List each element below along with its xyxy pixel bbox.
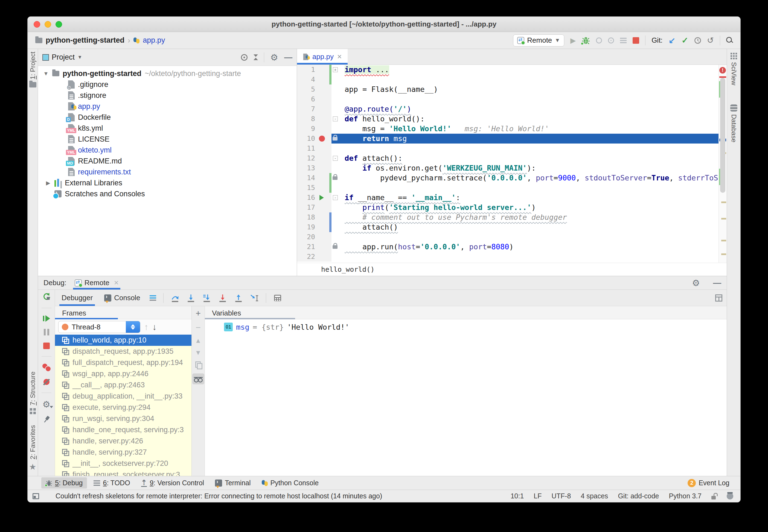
view-options-icon[interactable] — [150, 295, 156, 301]
code-line[interactable]: 7@app.route('/') — [297, 104, 719, 114]
file-encoding[interactable]: UTF-8 — [551, 492, 571, 500]
python-interpreter[interactable]: Python 3.7 — [669, 492, 702, 500]
warning-stripe-mark[interactable] — [721, 201, 726, 203]
frame-row[interactable]: handle, server.py:426 — [55, 435, 191, 447]
pin-icon[interactable] — [41, 414, 51, 424]
tree-item[interactable]: LICENSE — [38, 134, 297, 145]
debug-gear-icon[interactable]: ⚙ — [42, 400, 50, 409]
code-line[interactable]: 6 — [297, 94, 719, 104]
rerun-button[interactable] — [42, 293, 51, 301]
concurrency-button[interactable] — [620, 38, 627, 43]
move-up-button[interactable]: ▲ — [195, 337, 201, 344]
editor-scrollbar[interactable]: ! — [719, 65, 727, 263]
frame-row[interactable]: run_wsgi, serving.py:304 — [55, 413, 191, 424]
code-line[interactable]: 12-def attach(): — [297, 153, 719, 163]
code-line[interactable]: 18 # comment out to use Pycharm's remote… — [297, 212, 719, 222]
editor-breadcrumb[interactable]: hello_world() — [297, 263, 727, 276]
frame-row[interactable]: dispatch_request, app.py:1935 — [55, 346, 191, 357]
tab-console[interactable]: Console — [102, 290, 142, 306]
remove-watch-button[interactable]: − — [195, 323, 201, 332]
code-line[interactable]: 22 — [297, 252, 719, 262]
resume-button[interactable] — [43, 315, 50, 322]
tree-item[interactable]: MDREADME.md — [38, 156, 297, 166]
frames-header[interactable]: Frames — [55, 306, 191, 319]
project-panel-title[interactable]: Project — [52, 53, 75, 62]
toolwindow-debug[interactable]: 5: Debug — [41, 477, 87, 489]
pause-button[interactable] — [44, 329, 49, 335]
git-rollback-button[interactable]: ↺ — [707, 36, 714, 45]
code-line[interactable]: 10 return msg — [297, 134, 719, 144]
line-separator[interactable]: LF — [534, 492, 542, 500]
tree-item[interactable]: app.py — [38, 101, 297, 112]
tab-debugger[interactable]: Debugger — [59, 290, 95, 306]
sidebar-item-favorites[interactable]: 2: Favorites ★ — [29, 425, 37, 472]
code-line[interactable]: 19 attach() — [297, 222, 719, 232]
toolwindow-python-console[interactable]: Python Console — [257, 477, 323, 489]
git-commit-button[interactable]: ✓ — [682, 36, 688, 45]
duplicate-watch-button[interactable] — [195, 361, 201, 368]
frame-row[interactable]: debug_application, __init__.py:33 — [55, 391, 191, 402]
step-into-my-code-button[interactable] — [218, 294, 227, 302]
locate-file-icon[interactable] — [241, 54, 247, 61]
git-update-button[interactable]: ↙ — [669, 36, 676, 45]
frame-row[interactable]: hello_world, app.py:10 — [55, 335, 191, 346]
thread-select[interactable]: Thread-8 — [58, 321, 140, 333]
frame-row[interactable]: execute, serving.py:294 — [55, 402, 191, 413]
variables-header[interactable]: Variables — [205, 306, 727, 319]
code-line[interactable]: 8-def hello_world(): — [297, 114, 719, 124]
code-line[interactable]: 5app = Flask(__name__) — [297, 84, 719, 94]
breadcrumb-file[interactable]: app.py — [143, 36, 165, 45]
warning-stripe-mark[interactable] — [721, 240, 726, 241]
gear-icon[interactable]: ⚙ — [270, 53, 278, 62]
breadcrumb-project[interactable]: python-getting-started — [46, 36, 124, 45]
sidebar-item-database[interactable]: Database — [730, 104, 738, 142]
status-message[interactable]: Couldn't refresh skeletons for remote in… — [55, 492, 501, 500]
frame-row[interactable]: __init__, socketserver.py:720 — [55, 458, 191, 469]
tree-item[interactable]: .stignore — [38, 90, 297, 101]
close-tab-icon[interactable]: ✕ — [337, 53, 342, 60]
chevron-down-icon[interactable]: ▼ — [77, 54, 82, 60]
fold-marker[interactable]: + — [333, 67, 338, 72]
search-everywhere-button[interactable] — [726, 37, 733, 44]
tree-item[interactable]: YMLk8s.yml — [38, 123, 297, 134]
show-watches-button[interactable] — [192, 373, 204, 384]
tree-item[interactable]: YMLokteto.yml — [38, 145, 297, 156]
run-configuration-select[interactable]: Remote ▼ — [513, 34, 564, 46]
frame-row[interactable]: handle, serving.py:327 — [55, 447, 191, 458]
code-line[interactable]: 21 app.run(host='0.0.0.0', port=8080) — [297, 242, 719, 252]
force-step-into-button[interactable] — [202, 294, 211, 302]
toolwindow-version-control[interactable]: ⇡ 9: Version Control — [137, 477, 209, 489]
code-line[interactable]: 9 msg = 'Hello World!' msg: 'Hello World… — [297, 124, 719, 134]
step-out-button[interactable] — [234, 294, 243, 302]
code-line[interactable]: 20 — [297, 232, 719, 242]
code-line[interactable]: 16-if __name__ == '__main__': — [297, 193, 719, 203]
scrollbar-thumb[interactable] — [720, 78, 725, 193]
code-area[interactable]: 1+import ...45app = Flask(__name__)67@ap… — [297, 65, 727, 263]
fold-marker[interactable]: - — [333, 156, 338, 161]
git-history-button[interactable] — [694, 37, 701, 44]
tree-item[interactable]: ▶External Libraries — [38, 177, 297, 188]
collapse-all-icon[interactable] — [253, 54, 258, 60]
next-frame-button[interactable]: ↓ — [152, 323, 157, 331]
tree-item[interactable]: DDockerfile — [38, 112, 297, 123]
toolwindow-terminal[interactable]: Terminal — [211, 477, 255, 489]
run-to-cursor-button[interactable] — [250, 294, 259, 302]
hide-debug-panel-icon[interactable]: — — [713, 278, 721, 288]
code-line[interactable]: 13 if os.environ.get('WERKZEUG_RUN_MAIN'… — [297, 163, 719, 173]
frame-row[interactable]: finish_request, socketserver.py:3 — [55, 469, 191, 476]
add-watch-button[interactable]: + — [195, 309, 201, 318]
hide-panel-icon[interactable]: — — [284, 53, 292, 62]
fold-marker[interactable]: - — [333, 116, 338, 121]
tree-item[interactable]: Scratches and Consoles — [38, 188, 297, 199]
mute-breakpoints-button[interactable] — [43, 378, 50, 385]
tree-item[interactable]: requirements.txt — [38, 166, 297, 177]
coverage-button[interactable] — [596, 37, 602, 43]
frame-row[interactable]: full_dispatch_request, app.py:194 — [55, 357, 191, 368]
code-line[interactable]: 15 — [297, 183, 719, 193]
profiler-button[interactable] — [608, 37, 614, 43]
code-line[interactable]: 4 — [297, 75, 719, 84]
tree-root[interactable]: ▼python-getting-started~/okteto/python-g… — [38, 68, 297, 79]
fold-marker[interactable]: - — [333, 195, 338, 200]
breakpoint-icon[interactable] — [319, 136, 325, 142]
run-gutter-icon[interactable] — [319, 195, 324, 200]
